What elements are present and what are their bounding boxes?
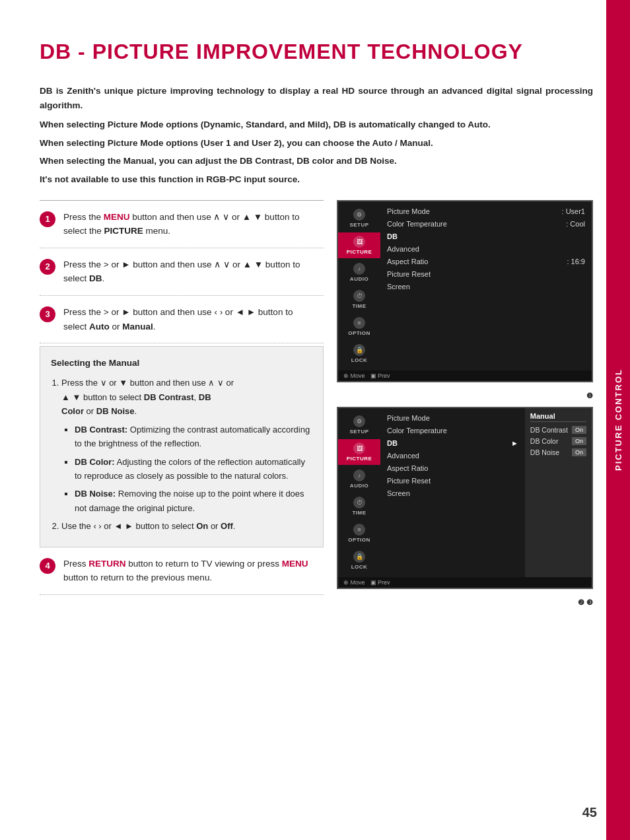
sub-row-db-color: DB Color On xyxy=(530,436,586,447)
tv-menu-1-footer: ⊕ Move ▣ Prev xyxy=(338,370,592,381)
menu-keyword-2: MENU xyxy=(282,559,308,569)
tv2-row-advanced: Advanced xyxy=(387,450,518,462)
sidebar-lock: 🔒 LOCK xyxy=(338,341,380,367)
menu-keyword: MENU xyxy=(104,212,130,222)
sidebar2-lock: 🔒 LOCK xyxy=(338,547,380,573)
step-2-text: Press the > or ► button and then use ∧ ∨… xyxy=(63,258,324,286)
setup-icon-2: ⚙ xyxy=(353,415,365,427)
db-options-list: DB Contrast: Optimizing the contrast aut… xyxy=(61,423,312,516)
intro-p2: When selecting Picture Mode options (Dyn… xyxy=(40,118,593,132)
on-keyword: On xyxy=(196,521,208,531)
sidebar-time: ⏱ TIME xyxy=(338,287,380,312)
sidebar-setup: ⚙ SETUP xyxy=(338,205,380,231)
picture-icon: 🖼 xyxy=(353,236,365,248)
main-content: DB - PICTURE IMPROVEMENT TECHNOLOGY DB i… xyxy=(0,0,606,840)
sidebar2-audio: ♪ AUDIO xyxy=(338,466,380,492)
tv2-row-aspect: Aspect Ratio xyxy=(387,462,518,475)
tv-row-screen: Screen xyxy=(387,281,585,293)
db-color-item: DB Color: Adjusting the colors of the re… xyxy=(75,455,312,483)
tv-menu-2-subpanel: Manual DB Contrast On DB Color On DB Noi… xyxy=(525,408,592,577)
step-1-block: 1 Press the MENU button and then use ∧ ∨… xyxy=(40,200,324,248)
tv-row-color-temp: Color Temperature : Cool xyxy=(387,218,585,230)
manual-keyword: Manual xyxy=(122,322,153,332)
time-icon: ⏱ xyxy=(353,290,365,302)
right-column: ⚙ SETUP 🖼 PICTURE ♪ AUDIO xyxy=(337,200,593,607)
sidebar-picture: 🖼 PICTURE xyxy=(338,232,380,258)
intro-p5: It's not available to use this function … xyxy=(40,172,593,187)
page-title: DB - PICTURE IMPROVEMENT TECHNOLOGY xyxy=(40,40,593,64)
audio-icon-2: ♪ xyxy=(353,470,365,481)
tv-menu-1: ⚙ SETUP 🖼 PICTURE ♪ AUDIO xyxy=(337,200,593,382)
db-contrast-on: On xyxy=(572,426,586,434)
tv-row-picture-mode: Picture Mode : User1 xyxy=(387,205,585,218)
tv2-row-color-temp: Color Temperature xyxy=(387,425,518,437)
lock-icon-2: 🔒 xyxy=(353,551,365,563)
tv-row-aspect: Aspect Ratio : 16:9 xyxy=(387,256,585,268)
tv2-row-picture-reset: Picture Reset xyxy=(387,475,518,487)
manual-step-1: Press the ∨ or ▼ button and then use ∧ ∨… xyxy=(61,376,312,515)
sidebar-tab: PICTURE CONTROL xyxy=(606,0,630,840)
sidebar2-picture: 🖼 PICTURE xyxy=(338,439,380,465)
step-3-text: Press the > or ► button and then use ‹ ›… xyxy=(63,305,316,333)
step-2-number: 2 xyxy=(40,259,55,275)
db-noise-on: On xyxy=(572,448,586,456)
intro-p1: DB is Zenith's unique picture improving … xyxy=(40,84,593,112)
sidebar2-setup: ⚙ SETUP xyxy=(338,412,380,438)
tv-menu-1-sidebar: ⚙ SETUP 🖼 PICTURE ♪ AUDIO xyxy=(338,201,380,370)
tv-menu-2-main: Picture Mode Color Temperature DB ► Adva… xyxy=(380,408,525,577)
picture-icon-2: 🖼 xyxy=(353,442,365,454)
db-noise-item: DB Noise: Removing the noise up to the p… xyxy=(75,487,312,515)
two-col-layout: 1 Press the MENU button and then use ∧ ∨… xyxy=(40,200,593,607)
audio-icon: ♪ xyxy=(353,263,365,275)
db-contrast-label: DB Contrast: xyxy=(75,425,127,435)
menu-indicator-1: ❶ xyxy=(337,392,593,400)
return-keyword: RETURN xyxy=(88,559,125,569)
step-4-number: 4 xyxy=(40,558,55,574)
time-icon-2: ⏱ xyxy=(353,497,365,508)
off-keyword: Off xyxy=(221,521,233,531)
lock-icon: 🔒 xyxy=(353,344,365,356)
sub-row-db-contrast: DB Contrast On xyxy=(530,425,586,436)
db-keyword: DB xyxy=(89,273,102,283)
page-number: 45 xyxy=(582,805,597,820)
manual-box-title: Selecting the Manual xyxy=(51,356,312,370)
step-2-block: 2 Press the > or ► button and then use ∧… xyxy=(40,248,324,296)
option-icon-2: ≡ xyxy=(353,524,365,536)
menu-indicator-2: ❷ ❸ xyxy=(337,598,593,607)
left-column: 1 Press the MENU button and then use ∧ ∨… xyxy=(40,200,324,607)
setup-icon: ⚙ xyxy=(353,209,365,221)
intro-p3: When selecting Picture Mode options (Use… xyxy=(40,136,593,151)
db-color-on: On xyxy=(572,437,586,445)
sub-row-db-noise: DB Noise On xyxy=(530,447,586,458)
step-3-block: 3 Press the > or ► button and then use ‹… xyxy=(40,296,324,343)
sidebar-option: ≡ OPTION xyxy=(338,314,380,339)
option-icon: ≡ xyxy=(353,317,365,329)
tv-menu-1-main: Picture Mode : User1 Color Temperature :… xyxy=(380,201,592,370)
step-1-text: Press the MENU button and then use ∧ ∨ o… xyxy=(63,210,324,238)
db-color-label: DB Color: xyxy=(75,457,115,467)
tv-menu-1-inner: ⚙ SETUP 🖼 PICTURE ♪ AUDIO xyxy=(338,201,592,370)
tv-menu-2-sidebar: ⚙ SETUP 🖼 PICTURE ♪ AUDIO xyxy=(338,408,380,577)
sidebar2-time: ⏱ TIME xyxy=(338,493,380,519)
tv2-row-db: DB ► xyxy=(387,437,518,450)
tv2-row-screen: Screen xyxy=(387,487,518,500)
step-1-number: 1 xyxy=(40,211,55,227)
page-container: DB - PICTURE IMPROVEMENT TECHNOLOGY DB i… xyxy=(0,0,630,840)
tv-row-db: DB xyxy=(387,230,585,243)
selecting-manual-box: Selecting the Manual Press the ∨ or ▼ bu… xyxy=(40,346,324,547)
tv-menu-2-footer: ⊕ Move ▣ Prev xyxy=(338,577,592,588)
tv-menu-2-inner: ⚙ SETUP 🖼 PICTURE ♪ AUDIO xyxy=(338,408,592,577)
auto-keyword: Auto xyxy=(89,322,110,332)
db-contrast-kw: DB Contrast xyxy=(144,392,194,402)
manual-steps-list: Press the ∨ or ▼ button and then use ∧ ∨… xyxy=(51,376,312,533)
step-4-block: 4 Press RETURN button to return to TV vi… xyxy=(40,547,324,595)
step-3-number: 3 xyxy=(40,306,55,322)
db-contrast-item: DB Contrast: Optimizing the contrast aut… xyxy=(75,423,312,451)
step-4-text: Press RETURN button to return to TV view… xyxy=(63,557,324,585)
db-noise-label: DB Noise: xyxy=(75,489,116,499)
manual-step-2: Use the ‹ › or ◄ ► button to select On o… xyxy=(61,519,312,533)
picture-keyword: PICTURE xyxy=(104,226,143,236)
sidebar-audio: ♪ AUDIO xyxy=(338,260,380,285)
sidebar2-option: ≡ OPTION xyxy=(338,520,380,546)
intro-p4: When selecting the Manual, you can adjus… xyxy=(40,154,593,168)
